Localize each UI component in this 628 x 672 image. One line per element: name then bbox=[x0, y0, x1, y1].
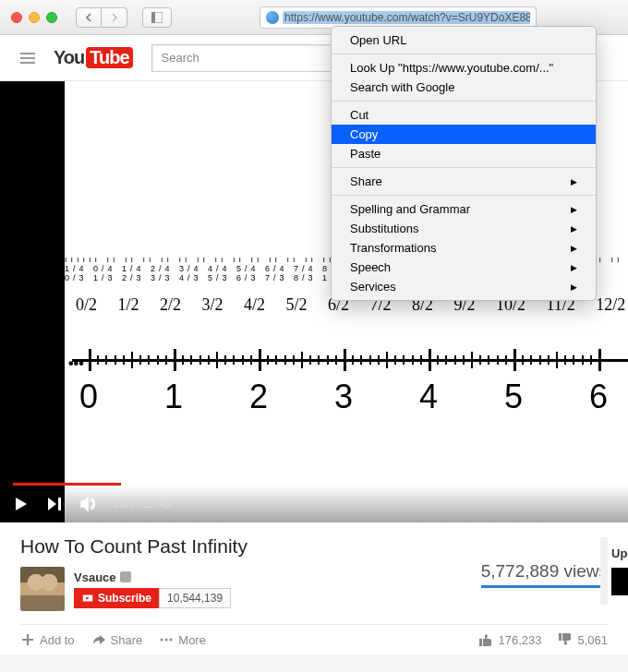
share-button[interactable]: Share bbox=[91, 632, 143, 647]
subscribe-button[interactable]: Subscribe bbox=[74, 588, 159, 608]
url-text: https://www.youtube.com/watch?v=SrU9YDoX… bbox=[283, 11, 530, 24]
context-menu: Open URL Look Up "https://www.youtube.co… bbox=[331, 26, 597, 301]
svg-rect-1 bbox=[151, 12, 155, 23]
chevron-right-icon: ▶ bbox=[571, 224, 577, 234]
ctx-cut[interactable]: Cut bbox=[332, 105, 596, 125]
back-button[interactable] bbox=[76, 7, 102, 28]
ctx-spelling[interactable]: Spelling and Grammar▶ bbox=[332, 199, 596, 219]
channel-avatar[interactable] bbox=[20, 567, 65, 611]
youtube-logo[interactable]: YouTube bbox=[54, 47, 133, 68]
site-icon bbox=[266, 11, 279, 24]
channel-name[interactable]: Vsauce bbox=[74, 570, 231, 584]
play-button[interactable] bbox=[13, 496, 30, 512]
address-bar[interactable]: https://www.youtube.com/watch?v=SrU9YDoX… bbox=[260, 6, 537, 29]
close-window-button[interactable] bbox=[11, 12, 22, 23]
ctx-open-url[interactable]: Open URL bbox=[332, 30, 596, 50]
number-line: ••• 0123456 bbox=[72, 352, 628, 453]
chevron-right-icon: ▶ bbox=[571, 263, 577, 272]
volume-button[interactable] bbox=[79, 496, 96, 512]
hamburger-menu-button[interactable] bbox=[20, 53, 35, 64]
nav-buttons bbox=[76, 7, 127, 28]
chevron-right-icon: ▶ bbox=[571, 244, 577, 253]
ctx-substitutions[interactable]: Substitutions▶ bbox=[332, 219, 596, 238]
ctx-share[interactable]: Share▶ bbox=[332, 172, 596, 191]
chevron-right-icon: ▶ bbox=[571, 282, 577, 292]
sidebar-toggle-button[interactable] bbox=[142, 7, 172, 28]
subscriber-count: 10,544,139 bbox=[159, 588, 231, 608]
view-count: 5,772,889 views bbox=[481, 561, 608, 588]
ctx-speech[interactable]: Speech▶ bbox=[332, 258, 596, 277]
minimize-window-button[interactable] bbox=[29, 12, 40, 23]
player-controls: 3:03 / 23:45 bbox=[0, 486, 628, 522]
ctx-services[interactable]: Services▶ bbox=[332, 277, 596, 296]
next-button[interactable] bbox=[46, 496, 63, 512]
video-info: How To Count Past Infinity Vsauce Subscr… bbox=[0, 522, 628, 654]
window-controls bbox=[11, 12, 57, 23]
timecode: 3:03 / 23:45 bbox=[113, 498, 171, 510]
svg-point-3 bbox=[165, 639, 168, 642]
ctx-copy[interactable]: Copy bbox=[332, 125, 596, 144]
up-next-sidebar: Up bbox=[600, 537, 628, 605]
ctx-lookup[interactable]: Look Up "https://www.youtube.com/..." bbox=[332, 58, 596, 78]
svg-point-2 bbox=[161, 639, 163, 642]
ctx-paste[interactable]: Paste bbox=[332, 144, 596, 163]
dislike-button[interactable]: 5,061 bbox=[558, 632, 608, 647]
forward-button[interactable] bbox=[102, 7, 127, 28]
ctx-search-google[interactable]: Search with Google bbox=[332, 78, 596, 97]
chevron-right-icon: ▶ bbox=[571, 177, 577, 186]
add-to-button[interactable]: Add to bbox=[20, 632, 75, 647]
more-button[interactable]: More bbox=[159, 632, 206, 647]
verified-icon bbox=[120, 571, 131, 582]
svg-point-4 bbox=[170, 639, 173, 642]
maximize-window-button[interactable] bbox=[46, 12, 57, 23]
ctx-transformations[interactable]: Transformations▶ bbox=[332, 238, 596, 258]
video-title: How To Count Past Infinity bbox=[20, 535, 608, 558]
like-button[interactable]: 176,233 bbox=[478, 632, 541, 647]
chevron-right-icon: ▶ bbox=[571, 205, 577, 214]
upnext-thumbnail[interactable] bbox=[611, 568, 628, 595]
